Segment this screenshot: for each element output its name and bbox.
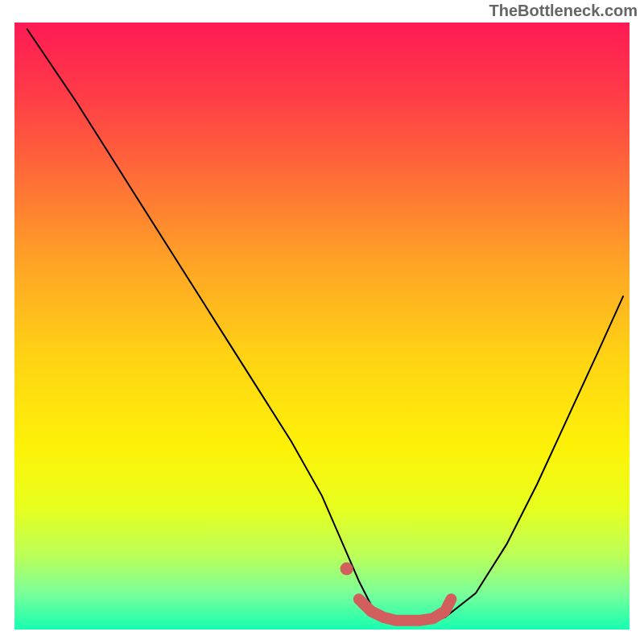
chart-container: TheBottleneck.com bbox=[0, 0, 644, 644]
chart-svg bbox=[0, 0, 644, 644]
watermark-text: TheBottleneck.com bbox=[489, 2, 638, 20]
highlight-start-dot bbox=[341, 563, 353, 576]
plot-background bbox=[14, 23, 630, 630]
